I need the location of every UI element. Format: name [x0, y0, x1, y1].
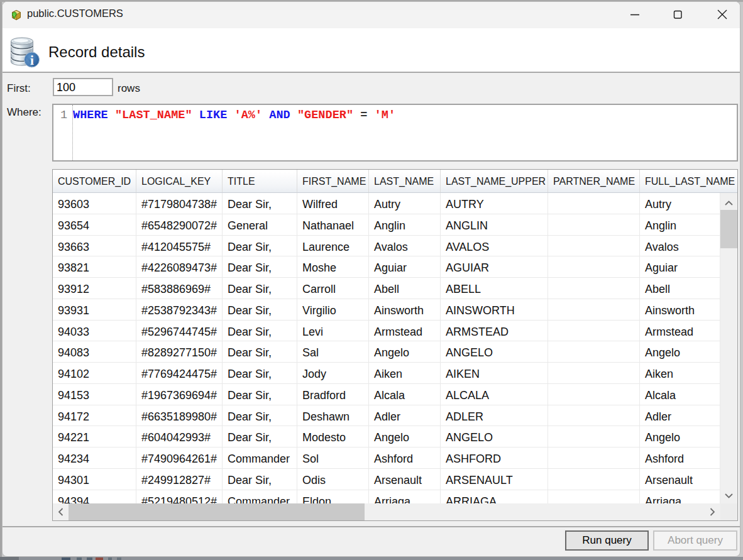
svg-text:i: i: [30, 53, 34, 68]
